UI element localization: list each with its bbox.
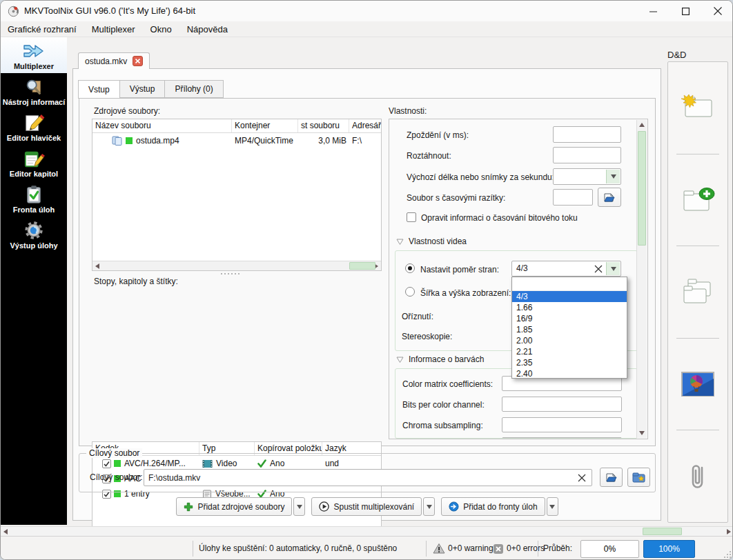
next-colour-input[interactable] [502,437,622,439]
chevron-down-icon [297,505,302,509]
menubar: Grafické rozhraní Multiplexer Okno Nápov… [1,21,733,37]
minimize-button[interactable] [637,1,669,21]
queue-arrow-icon [449,501,459,512]
start-multiplexing-button[interactable]: Spustit multiplexování [311,497,422,516]
hscroll-thumb[interactable] [349,262,375,270]
dnd-image-target[interactable] [668,339,727,430]
file-tab[interactable]: ostuda.mkv [78,52,150,69]
chevron-down-icon [427,505,432,509]
combo-dropdown-button[interactable] [606,170,620,183]
section-collapse-icon[interactable] [396,357,404,363]
properties-vscrollbar[interactable] [636,120,647,438]
default-duration-combobox[interactable] [553,168,621,185]
dropdown-option[interactable]: 16/9 [512,313,627,324]
warnings-icon [433,543,445,554]
display-size-radio[interactable] [405,287,415,297]
close-button[interactable] [702,1,733,21]
tab-close-icon [135,59,140,63]
maximize-icon [682,8,690,15]
tab-output[interactable]: Výstup [119,80,166,98]
color-matrix-label: Color matrix coefficients: [402,379,493,389]
scroll-left-icon [3,529,8,534]
sidebar-item-job-output[interactable]: Výstup úlohy [1,217,67,252]
dnd-folders-target[interactable] [668,246,727,338]
app-window: MKVToolNix GUI v96.0 ('It's My Life') 64… [0,0,733,560]
menu-window[interactable]: Okno [150,24,172,34]
destination-file-input[interactable]: F:\ostuda.mkv [144,469,592,486]
dropdown-option[interactable]: 2.35 [512,357,627,368]
tab-attachments[interactable]: Přílohy (0) [164,80,223,98]
stretch-input[interactable] [553,147,621,163]
sidebar-item-header-editor[interactable]: Editor hlaviček [1,109,67,145]
add-source-files-menu-button[interactable] [293,497,305,516]
sidebar-item-chapter-editor[interactable]: Editor kapitol [1,145,67,181]
tab-input[interactable]: Vstup [78,80,120,99]
scroll-left-icon [95,263,99,269]
sidebar-item-info-tool[interactable]: Nástroj informací [1,73,67,109]
delay-input[interactable] [553,126,621,143]
clear-x-icon[interactable] [594,265,603,273]
window-hscrollbar[interactable] [1,526,733,536]
sidebar-item-job-queue[interactable]: Fronta úloh [1,181,67,217]
stereoscopy-label: Stereoskopie: [402,332,452,341]
dropdown-option[interactable]: 1.66 [512,302,627,313]
timestamp-file-input[interactable] [553,189,593,206]
open-file-icon [603,192,616,203]
destination-new-folder-button[interactable] [627,468,650,487]
maximize-button[interactable] [670,1,701,21]
menu-multiplexer[interactable]: Multiplexer [92,24,135,34]
close-icon [714,7,722,15]
source-file-row[interactable]: ostuda.mp4 MP4/QuickTime 3,0 MiB F:\ [92,133,381,148]
default-duration-label: Výchozí délka nebo snímky za sekundu: [407,172,554,182]
job-queue-clipboard-icon [23,184,44,205]
statusbar-separator [426,541,427,557]
aspect-ratio-dropdown: 4/3 1.66 16/9 1.85 2.00 2.21 2.35 2.40 [511,277,627,379]
resize-grip[interactable] [723,550,732,559]
dropdown-option[interactable]: 2.00 [512,335,627,346]
section-collapse-icon[interactable] [396,239,404,246]
dropdown-option-empty[interactable] [512,277,627,291]
job-output-gear-icon [23,220,44,241]
play-icon [319,501,329,512]
cropping-label: Oříznutí: [402,312,433,321]
vscroll-thumb[interactable] [638,131,646,246]
action-button-row: Přidat zdrojové soubory Spustit multiple… [79,497,656,517]
sidebar-item-multiplexer[interactable]: Multiplexer [1,37,67,73]
progress-label: Průběh: [543,543,572,553]
chroma-subsampling-input[interactable] [502,417,622,432]
errors-icon [493,544,503,554]
aspect-ratio-combobox[interactable]: 4/3 [511,261,621,277]
tab-close-button[interactable] [133,56,143,66]
clear-x-icon[interactable] [578,474,586,482]
dropdown-option[interactable]: 2.40 [512,368,627,379]
paperclip-icon [686,461,710,492]
menu-help[interactable]: Nápověda [187,24,228,34]
dnd-label: D&D [667,50,686,60]
fix-timing-checkbox[interactable] [407,212,416,222]
dropdown-option[interactable]: 1.85 [512,324,627,335]
aspect-ratio-radio[interactable] [405,263,415,273]
dnd-new-folder-target[interactable] [668,62,727,154]
dnd-attachment-target[interactable] [668,430,727,522]
start-multiplexing-menu-button[interactable] [423,497,435,516]
add-to-job-queue-button[interactable]: Přidat do fronty úloh [441,497,545,516]
dnd-add-folder-target[interactable] [668,154,727,246]
progress-total-box: 100% [643,540,695,558]
combo-dropdown-button[interactable] [606,262,620,275]
hscroll-thumb[interactable] [643,528,682,535]
info-tool-magnifier-icon [23,77,45,97]
multiplexer-merge-icon [22,41,46,61]
dropdown-option[interactable]: 4/3 [512,291,627,302]
menu-gui[interactable]: Grafické rozhraní [8,24,77,34]
subtab-bar: Vstup Výstup Přílohy (0) [79,80,224,99]
add-to-job-queue-menu-button[interactable] [547,497,558,516]
destination-browse-button[interactable] [600,468,623,487]
jobs-status-text: Úlohy ke spuštění: 0 automaticky, 0 ručn… [199,543,397,553]
timestamp-browse-button[interactable] [598,188,621,207]
bits-per-channel-input[interactable] [502,397,622,412]
add-source-files-button[interactable]: Přidat zdrojové soubory [176,497,292,516]
splitter-handle[interactable] [221,273,222,274]
source-files-hscrollbar[interactable] [92,261,381,270]
dropdown-option[interactable]: 2.21 [512,346,627,357]
input-tab-content: Zdrojové soubory: Název souboru Kontejne… [79,98,656,446]
